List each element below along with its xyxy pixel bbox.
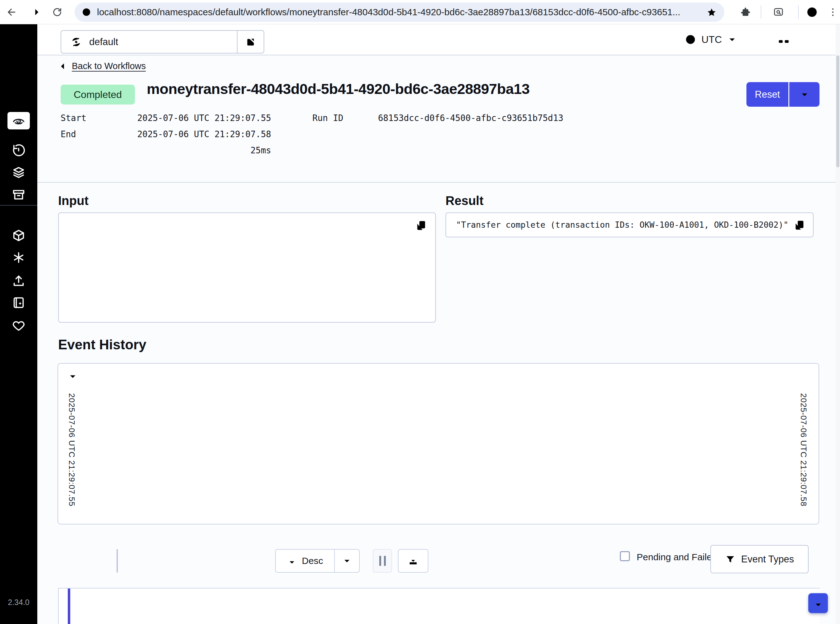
detail-value-text: 2025-07-06 UTC 21:29:07.58 [137, 129, 271, 139]
sidebar-item-workflows-eye[interactable] [8, 112, 30, 130]
upload-icon [11, 273, 26, 288]
site-info-icon[interactable] [82, 7, 91, 17]
detail-value: 68153dcc-d0f6-4500-afbc-c93651b75d13 [378, 113, 563, 123]
app-topbar: default UTC [37, 24, 840, 56]
sidebar-item-schedules-clock[interactable] [0, 141, 37, 159]
browser-menu-icon[interactable] [828, 7, 838, 17]
browser-chrome: localhost:8080/namespaces/default/workfl… [0, 0, 840, 24]
timeline-start-timestamp: 2025-07-06 UTC 21:29:07.55 [67, 393, 77, 507]
extensions-icon[interactable] [740, 7, 751, 17]
view-mode-segment [117, 549, 118, 573]
reset-button-group: Reset [746, 82, 820, 107]
workflow-title: moneytransfer-48043d0d-5b41-4920-bd6c-3a… [147, 80, 530, 97]
sidebar-divider [0, 205, 37, 205]
download-icon [408, 555, 419, 567]
bookmark-star-icon[interactable] [706, 7, 717, 18]
browser-forward-icon[interactable] [29, 7, 40, 17]
workflows-eye-icon [12, 114, 26, 128]
back-label: Back to Workflows [72, 61, 146, 71]
detail-label: Run ID [313, 113, 343, 123]
clock-icon [684, 34, 697, 45]
detail-row: Start2025-07-06 UTC 21:29:07.55 [61, 112, 271, 124]
copy-icon[interactable] [415, 219, 427, 232]
details-column-size [607, 112, 818, 156]
pause-button[interactable] [373, 549, 392, 573]
filter-funnel-icon [725, 554, 735, 565]
pause-icon [379, 556, 381, 566]
detail-row: Run ID68153dcc-d0f6-4500-afbc-c93651b75d… [313, 112, 563, 124]
back-to-workflows-link[interactable]: Back to Workflows [58, 61, 146, 71]
timezone-label: UTC [701, 34, 722, 45]
arrow-down-icon [813, 598, 824, 609]
detail-label: Start [61, 113, 86, 123]
reset-button[interactable]: Reset [746, 82, 788, 107]
detail-value-text: 25ms [251, 145, 271, 155]
scrollbar-thumb[interactable] [836, 56, 839, 167]
profile-avatar-icon[interactable] [806, 6, 818, 18]
details-column-ids: Run ID68153dcc-d0f6-4500-afbc-c93651b75d… [313, 112, 563, 156]
heart-icon [11, 318, 26, 332]
chevron-down-icon [727, 34, 737, 45]
detail-value: 2025-07-06 UTC 21:29:07.58 [137, 129, 271, 139]
copy-icon[interactable] [793, 219, 806, 232]
scroll-to-bottom-button[interactable] [808, 593, 828, 613]
sidebar-item-cube[interactable] [0, 227, 37, 244]
theme-toggle[interactable] [0, 570, 37, 588]
sort-arrow-icon [287, 556, 297, 566]
result-heading: Result [445, 194, 483, 208]
event-list [58, 588, 820, 624]
temporal-logo[interactable] [0, 40, 37, 59]
cube-icon [11, 228, 26, 242]
sort-menu-button[interactable] [334, 550, 359, 572]
detail-value-text: 2025-07-06 UTC 21:29:07.55 [137, 113, 271, 123]
timeline-end-timestamp: 2025-07-06 UTC 21:29:07.58 [798, 393, 808, 507]
status-badge: Completed [61, 85, 135, 105]
sidebar-item-layers[interactable] [0, 163, 37, 181]
namespace-open-button[interactable] [237, 31, 264, 53]
sun-icon [12, 572, 26, 585]
sidebar-item-archive[interactable] [0, 186, 37, 204]
chevron-down-icon [799, 89, 810, 100]
detail-row: End2025-07-06 UTC 21:29:07.58 [61, 128, 271, 140]
input-heading: Input [58, 194, 89, 208]
temporal-logo-icon [10, 41, 27, 58]
asterisk-icon [11, 250, 26, 265]
namespace-selector[interactable]: default [61, 30, 264, 54]
result-box: "Transfer complete (transaction IDs: OKW… [445, 212, 814, 237]
browser-reload-icon[interactable] [52, 7, 63, 17]
event-history-heading: Event History [58, 337, 146, 352]
schedules-clock-icon [11, 143, 26, 158]
layers-icon [11, 165, 26, 179]
timezone-selector[interactable]: UTC [684, 34, 737, 45]
pause-icon [384, 556, 386, 566]
app-version: 2.34.0 [0, 598, 37, 607]
detail-value: 2025-07-06 UTC 21:29:07.55 [137, 113, 271, 123]
labs-glasses-icon[interactable] [777, 34, 790, 47]
archive-icon [11, 188, 26, 202]
tab-search-icon[interactable] [773, 7, 784, 17]
result-value: "Transfer complete (transaction IDs: OKW… [456, 220, 788, 230]
namespace-name: default [89, 36, 237, 48]
tabs-divider [37, 182, 840, 182]
sort-label: Desc [302, 556, 323, 566]
sort-desc-button[interactable]: Desc [276, 550, 334, 572]
sidebar-item-asterisk[interactable] [0, 249, 37, 267]
url-bar[interactable]: localhost:8080/namespaces/default/workfl… [75, 3, 724, 22]
browser-back-icon[interactable] [6, 7, 17, 17]
input-json-box [58, 212, 436, 323]
event-types-button[interactable]: Event Types [711, 545, 809, 573]
url-text[interactable]: localhost:8080/namespaces/default/workfl… [97, 7, 700, 17]
browser-scrollbar[interactable] [835, 24, 840, 624]
download-button[interactable] [398, 549, 428, 573]
pending-failed-checkbox[interactable] [620, 551, 630, 561]
event-timeline-line [68, 588, 70, 624]
external-link-icon [245, 36, 256, 48]
sidebar-item-book-sparkle[interactable] [0, 293, 37, 312]
sidebar-item-upload[interactable] [0, 272, 37, 290]
chevron-down-icon [342, 556, 352, 566]
sidebar-item-heart[interactable] [0, 317, 37, 334]
details-column-times: Start2025-07-06 UTC 21:29:07.55End2025-0… [61, 112, 271, 156]
workflow-page: Back to Workflows Completed moneytransfe… [37, 56, 840, 624]
reset-menu-button[interactable] [789, 82, 820, 107]
timeline-collapse-icon[interactable] [68, 371, 78, 382]
